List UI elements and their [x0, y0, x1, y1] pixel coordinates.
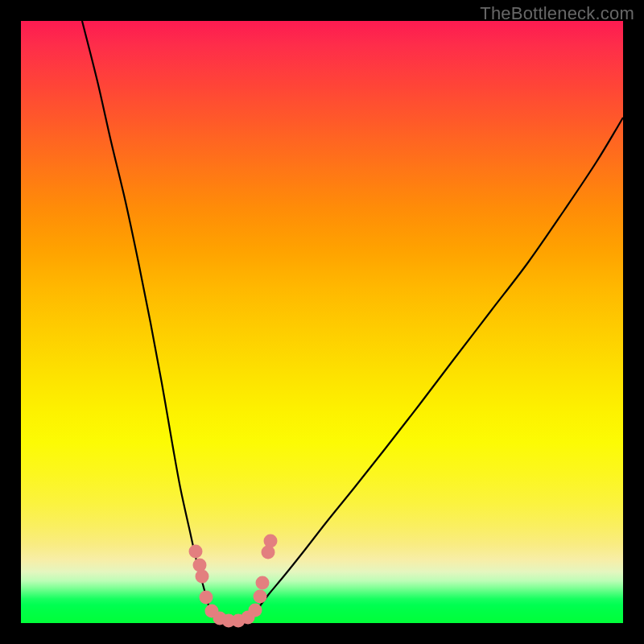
pink-dots-group: [189, 535, 278, 628]
pink-dot: [262, 546, 275, 559]
curve-right: [254, 118, 623, 615]
chart-svg: [21, 21, 623, 623]
pink-dot: [200, 591, 213, 605]
pink-dot: [196, 570, 209, 584]
pink-dot: [249, 604, 262, 617]
pink-dot: [264, 535, 278, 548]
pink-dot: [256, 576, 270, 590]
pink-dot: [254, 590, 267, 604]
pink-dot: [189, 545, 203, 559]
curve-left: [82, 21, 211, 615]
pink-dot: [193, 559, 207, 572]
chart-frame: TheBottleneck.com: [0, 0, 644, 644]
watermark-text: TheBottleneck.com: [480, 3, 634, 24]
